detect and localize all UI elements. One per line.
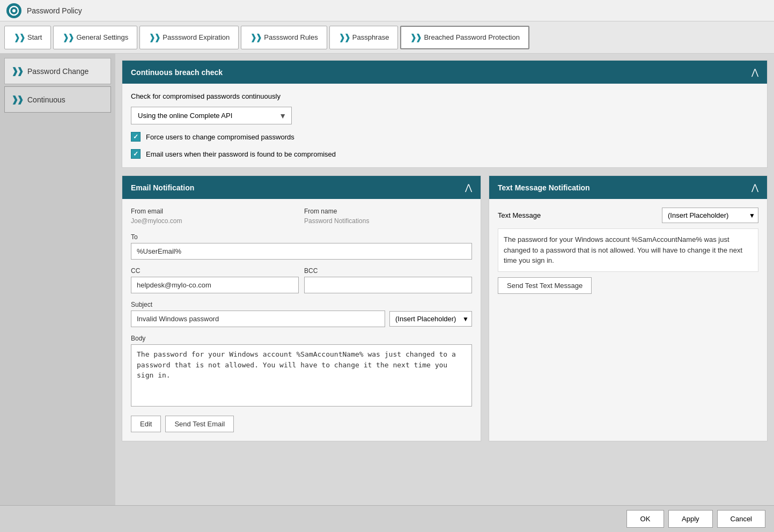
from-name-label: From name (304, 208, 472, 215)
breach-check-panel: Continuous breach check ⋀ Check for comp… (122, 60, 768, 168)
tab-passphrase-icon: ❱❱ (338, 33, 349, 42)
text-notif-header: Text Message Notification ⋀ (489, 176, 767, 199)
sidebar: ❱❱ Password Change ❱❱ Continuous (0, 54, 115, 505)
tab-rules[interactable]: ❱❱ Passsword Rules (241, 26, 327, 49)
edit-button[interactable]: Edit (131, 416, 161, 432)
text-notif-collapse[interactable]: ⋀ (751, 182, 758, 193)
tab-expiration-icon: ❱❱ (149, 33, 159, 42)
to-label: To (131, 233, 472, 241)
breach-check-title: Continuous breach check (131, 68, 223, 77)
checkbox-email-users-label: Email users when their password is found… (146, 150, 336, 158)
from-name-group: From name Password Notifications (304, 208, 472, 226)
text-msg-row: Text Message (Insert Placeholder) ▼ (498, 208, 758, 223)
body-textarea[interactable]: The password for your Windows account %S… (131, 344, 472, 407)
bcc-input[interactable] (304, 277, 472, 293)
text-placeholder-wrapper[interactable]: (Insert Placeholder) ▼ (662, 208, 758, 223)
bcc-group: BCC (304, 267, 472, 293)
api-select[interactable]: Using the online Complete API (131, 107, 292, 124)
checkbox-force-change-box[interactable] (131, 132, 141, 142)
subject-input[interactable] (131, 311, 385, 327)
tab-rules-icon: ❱❱ (250, 33, 261, 42)
sidebar-chevron-continuous: ❱❱ (11, 94, 22, 105)
text-placeholder-select[interactable]: (Insert Placeholder) (662, 208, 758, 223)
tab-expiration[interactable]: ❱❱ Passsword Expiration (139, 26, 239, 49)
email-notif-title: Email Notification (131, 183, 194, 192)
sidebar-item-continuous[interactable]: ❱❱ Continuous (4, 86, 111, 113)
checkbox-email-users-box[interactable] (131, 149, 141, 159)
tab-bar: ❱❱ Start ❱❱ General Settings ❱❱ Passswor… (0, 21, 774, 54)
breach-check-description: Check for compromised passwords continuo… (131, 92, 758, 100)
from-fields: From email Joe@myloco.com From name Pass… (131, 208, 472, 226)
email-notif-collapse[interactable]: ⋀ (465, 182, 472, 193)
tab-breached-icon: ❱❱ (410, 33, 421, 42)
from-email-label: From email (131, 208, 299, 215)
to-input[interactable] (131, 243, 472, 260)
bcc-label: BCC (304, 267, 472, 275)
subject-label: Subject (131, 301, 472, 308)
cc-input[interactable] (131, 277, 299, 293)
subject-placeholder-wrapper[interactable]: (Insert Placeholder) ▼ (389, 311, 472, 327)
send-test-email-button[interactable]: Send Test Email (165, 416, 234, 432)
email-btn-row: Edit Send Test Email (131, 416, 472, 432)
email-notif-body: From email Joe@myloco.com From name Pass… (122, 199, 481, 441)
notifications-row: Email Notification ⋀ From email Joe@mylo… (122, 175, 768, 441)
breach-check-body: Check for compromised passwords continuo… (122, 84, 767, 167)
title-bar: Password Policy (0, 0, 774, 21)
app-logo (6, 3, 21, 18)
tab-start-icon: ❱❱ (13, 33, 24, 42)
subject-placeholder-select[interactable]: (Insert Placeholder) (389, 311, 472, 327)
subject-row: (Insert Placeholder) ▼ (131, 311, 472, 327)
from-name-hint: Password Notifications (304, 217, 472, 225)
tab-general[interactable]: ❱❱ General Settings (53, 26, 137, 49)
bottom-bar: OK Apply Cancel (0, 505, 774, 532)
from-email-hint: Joe@myloco.com (131, 217, 299, 225)
from-email-group: From email Joe@myloco.com (131, 208, 299, 226)
tab-start[interactable]: ❱❱ Start (4, 26, 51, 49)
send-test-text-button[interactable]: Send Test Text Message (498, 277, 592, 294)
sidebar-chevron-password-change: ❱❱ (11, 66, 22, 76)
email-notification-panel: Email Notification ⋀ From email Joe@mylo… (122, 175, 481, 441)
api-select-wrapper[interactable]: Using the online Complete API ▼ (131, 107, 292, 124)
text-msg-body: The password for your Windows account %S… (498, 228, 758, 272)
checkbox-force-change[interactable]: Force users to change compromised passwo… (131, 132, 758, 142)
main-layout: ❱❱ Password Change ❱❱ Continuous Continu… (0, 54, 774, 505)
checkbox-email-users[interactable]: Email users when their password is found… (131, 149, 758, 159)
tab-passphrase[interactable]: ❱❱ Passphrase (329, 26, 399, 49)
text-msg-label: Text Message (498, 211, 541, 219)
cc-label: CC (131, 267, 299, 275)
cc-group: CC (131, 267, 299, 293)
subject-group: Subject (Insert Placeholder) ▼ (131, 301, 472, 327)
content-area: Continuous breach check ⋀ Check for comp… (115, 54, 774, 505)
tab-general-icon: ❱❱ (62, 33, 73, 42)
cc-bcc-group: CC BCC (131, 267, 472, 293)
breach-check-collapse[interactable]: ⋀ (751, 67, 758, 77)
body-label: Body (131, 335, 472, 342)
body-group: Body The password for your Windows accou… (131, 335, 472, 408)
tab-breached[interactable]: ❱❱ Breached Password Protection (400, 26, 529, 49)
checkbox-force-change-label: Force users to change compromised passwo… (146, 133, 294, 141)
text-notif-title: Text Message Notification (498, 183, 590, 192)
text-notif-body: Text Message (Insert Placeholder) ▼ The … (489, 199, 767, 302)
sidebar-item-password-change[interactable]: ❱❱ Password Change (4, 58, 111, 84)
text-notification-panel: Text Message Notification ⋀ Text Message… (489, 175, 768, 441)
ok-button[interactable]: OK (626, 510, 664, 528)
svg-point-1 (12, 9, 16, 12)
cancel-button[interactable]: Cancel (717, 510, 765, 528)
apply-button[interactable]: Apply (668, 510, 713, 528)
to-group: To (131, 233, 472, 260)
email-notif-header: Email Notification ⋀ (122, 176, 481, 199)
breach-check-header: Continuous breach check ⋀ (122, 61, 767, 84)
app-title: Password Policy (27, 6, 82, 15)
